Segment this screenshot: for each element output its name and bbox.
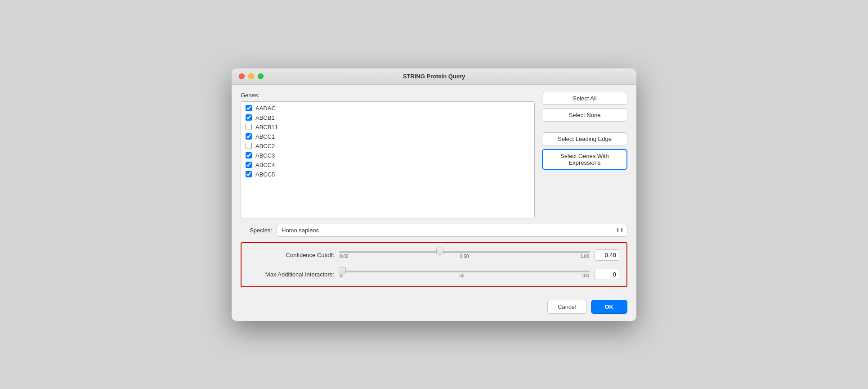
params-box: Confidence Cutoff: 0.00 0.50 1.00 Max Ad…	[241, 242, 627, 287]
max-interactors-row: Max Additional Interactors: 0 50 100	[249, 269, 619, 280]
max-interactors-slider[interactable]	[339, 271, 590, 272]
gene-checkbox-abcb11[interactable]	[246, 124, 252, 130]
genes-left-panel: Genes: AADACABCB1ABCB11ABCC1ABCC2ABCC3AB…	[241, 92, 535, 218]
genes-right-panel: Select All Select None Select Leading Ed…	[542, 92, 627, 170]
gene-checkbox-abcc1[interactable]	[246, 133, 252, 140]
confidence-ticks: 0.00 0.50 1.00	[339, 254, 590, 259]
gene-checkbox-abcc4[interactable]	[246, 162, 252, 168]
gene-checkbox-abcc5[interactable]	[246, 171, 252, 177]
title-bar: STRING Protein Query	[232, 68, 636, 85]
max-interactors-value[interactable]	[595, 269, 619, 280]
gene-label-abcb1: ABCB1	[255, 114, 275, 121]
minimize-button[interactable]	[248, 73, 254, 79]
gene-item: ABCB1	[241, 113, 534, 122]
interactors-ticks: 0 50 100	[339, 273, 590, 278]
gene-item: ABCC4	[241, 160, 534, 170]
gene-label-aadac: AADAC	[255, 105, 276, 112]
confidence-tick-min: 0.00	[340, 254, 348, 259]
select-leading-edge-button[interactable]: Select Leading Edge	[542, 132, 627, 145]
gene-item: AADAC	[241, 104, 534, 113]
gene-label-abcc5: ABCC5	[255, 171, 275, 178]
cancel-button[interactable]: Cancel	[547, 300, 586, 314]
species-select-wrapper: Homo sapiens Mus musculus Rattus norvegi…	[277, 224, 627, 237]
gene-checkbox-abcb1[interactable]	[246, 114, 252, 121]
select-none-button[interactable]: Select None	[542, 109, 627, 122]
interactors-tick-mid: 50	[459, 273, 464, 278]
select-all-button[interactable]: Select All	[542, 92, 627, 105]
close-button[interactable]	[239, 73, 245, 79]
confidence-cutoff-slider[interactable]	[339, 251, 590, 253]
genes-section: Genes: AADACABCB1ABCB11ABCC1ABCC2ABCC3AB…	[241, 92, 627, 218]
gene-checkbox-abcc3[interactable]	[246, 152, 252, 158]
dialog-title: STRING Protein Query	[239, 73, 629, 80]
ok-button[interactable]: OK	[591, 300, 628, 314]
gene-checkbox-aadac[interactable]	[246, 105, 252, 111]
max-interactors-label: Max Additional Interactors:	[249, 271, 334, 278]
gene-item: ABCC5	[241, 170, 534, 179]
confidence-tick-mid: 0.50	[460, 254, 469, 259]
confidence-slider-container: 0.00 0.50 1.00	[339, 251, 590, 259]
dialog-window: STRING Protein Query Genes: AADACABCB1AB…	[232, 68, 636, 321]
confidence-cutoff-label: Confidence Cutoff:	[249, 252, 334, 258]
genes-list-container[interactable]: AADACABCB1ABCB11ABCC1ABCC2ABCC3ABCC4ABCC…	[241, 101, 535, 218]
gene-item: ABCC3	[241, 151, 534, 160]
gene-item: ABCC1	[241, 132, 534, 141]
gene-label-abcb11: ABCB11	[255, 124, 278, 131]
gene-item: ABCC2	[241, 141, 534, 151]
confidence-cutoff-row: Confidence Cutoff: 0.00 0.50 1.00	[249, 249, 619, 261]
gene-item: ABCB11	[241, 122, 534, 132]
gene-label-abcc3: ABCC3	[255, 152, 275, 159]
dialog-content: Genes: AADACABCB1ABCB11ABCC1ABCC2ABCC3AB…	[232, 85, 636, 294]
species-row: Species: Homo sapiens Mus musculus Rattu…	[241, 224, 627, 237]
max-interactors-slider-container: 0 50 100	[339, 271, 590, 278]
gene-label-abcc4: ABCC4	[255, 162, 275, 168]
gene-checkbox-abcc2[interactable]	[246, 143, 252, 149]
maximize-button[interactable]	[258, 73, 264, 79]
confidence-tick-max: 1.00	[581, 254, 589, 259]
gene-label-abcc1: ABCC1	[255, 133, 275, 140]
genes-list: AADACABCB1ABCB11ABCC1ABCC2ABCC3ABCC4ABCC…	[241, 102, 534, 181]
genes-label: Genes:	[241, 92, 535, 99]
gene-label-abcc2: ABCC2	[255, 143, 275, 149]
confidence-cutoff-value[interactable]	[595, 249, 619, 261]
bottom-bar: Cancel OK	[232, 294, 636, 321]
select-genes-with-expressions-button[interactable]: Select Genes With Expressions	[542, 149, 627, 170]
species-label: Species:	[241, 227, 272, 234]
species-select[interactable]: Homo sapiens Mus musculus Rattus norvegi…	[277, 224, 627, 237]
interactors-tick-max: 100	[582, 273, 589, 278]
window-controls	[239, 73, 264, 79]
